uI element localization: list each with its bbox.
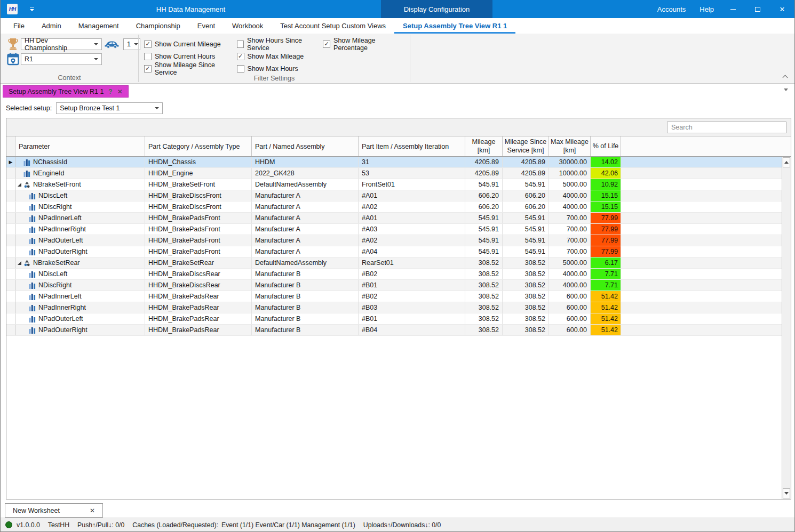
cell-parameter[interactable]: NPadInnerRight xyxy=(15,224,145,235)
cell-part-category[interactable]: HHDM_BrakePadsFront xyxy=(145,246,252,257)
checkbox-show-max-hours[interactable]: Show Max Hours xyxy=(237,62,323,75)
cell-named-assembly[interactable]: Manufacturer B xyxy=(252,325,359,335)
cell-max-mileage[interactable]: 5000.00 xyxy=(549,257,591,268)
checkbox-show-current-mileage[interactable]: ✓Show Current Mileage xyxy=(144,38,237,50)
table-row-npadinnerleft-5[interactable]: NPadInnerLeftHHDM_BrakePadsFrontManufact… xyxy=(6,213,782,224)
cell-max-mileage[interactable]: 4000.00 xyxy=(549,280,591,291)
cell-percent-of-life[interactable]: 51.42 xyxy=(591,291,621,302)
cell-mileage-since-service[interactable]: 308.52 xyxy=(503,302,549,313)
cell-percent-of-life[interactable]: 77.99 xyxy=(591,235,621,246)
cell-part-item[interactable]: #B01 xyxy=(359,280,465,291)
cell-mileage-since-service[interactable]: 308.52 xyxy=(503,280,549,291)
table-row-npadouterleft-14[interactable]: NPadOuterLeftHHDM_BrakePadsRearManufactu… xyxy=(6,313,782,325)
cell-mileage-since-service[interactable]: 4205.89 xyxy=(503,157,549,167)
cell-part-category[interactable]: HHDM_Engine xyxy=(145,168,252,179)
row-gutter[interactable] xyxy=(6,235,15,246)
cell-parameter[interactable]: NPadInnerRight xyxy=(15,302,145,313)
minimize-button[interactable] xyxy=(721,0,745,18)
cell-part-item[interactable]: 53 xyxy=(359,168,465,179)
cell-mileage[interactable]: 308.52 xyxy=(465,313,503,324)
scroll-down-button[interactable] xyxy=(783,488,790,498)
cell-part-category[interactable]: HHDM_BrakePadsRear xyxy=(145,291,252,302)
cell-part-category[interactable]: HHDM_BrakeDiscsRear xyxy=(145,269,252,279)
cell-part-item[interactable]: #A02 xyxy=(359,235,465,246)
cell-mileage-since-service[interactable]: 308.52 xyxy=(503,269,549,279)
row-gutter[interactable] xyxy=(6,313,15,324)
table-row-nbrakesetrear-9[interactable]: NBrakeSetRearHHDM_BrakeSetRearDefaultNam… xyxy=(6,257,782,269)
accounts-menu[interactable]: Accounts xyxy=(650,0,693,18)
event-select[interactable]: R1 xyxy=(21,53,102,65)
cell-max-mileage[interactable]: 10000.00 xyxy=(549,168,591,179)
row-gutter[interactable] xyxy=(6,190,15,201)
table-row-npadouterright-8[interactable]: NPadOuterRightHHDM_BrakePadsFrontManufac… xyxy=(6,246,782,257)
checkbox-show-mileage-percentage[interactable]: ✓Show Mileage Percentage xyxy=(323,38,410,50)
table-row-npadouterright-15[interactable]: NPadOuterRightHHDM_BrakePadsRearManufact… xyxy=(6,325,782,336)
cell-named-assembly[interactable]: Manufacturer A xyxy=(252,224,359,235)
table-row-npadinnerright-6[interactable]: NPadInnerRightHHDM_BrakePadsFrontManufac… xyxy=(6,224,782,235)
cell-named-assembly[interactable]: Manufacturer B xyxy=(252,302,359,313)
cell-mileage[interactable]: 545.91 xyxy=(465,179,503,190)
column-header-mileage-since-service-km[interactable]: Mileage Since Service [km] xyxy=(503,136,549,156)
cell-part-category[interactable]: HHDM_BrakeDiscsFront xyxy=(145,190,252,201)
cell-part-item[interactable]: #A01 xyxy=(359,190,465,201)
cell-percent-of-life[interactable]: 15.15 xyxy=(591,190,621,201)
cell-max-mileage[interactable]: 30000.00 xyxy=(549,157,591,167)
checkbox-show-max-mileage[interactable]: ✓Show Max Mileage xyxy=(237,50,323,62)
cell-parameter[interactable]: NChassisId xyxy=(15,157,145,167)
cell-mileage[interactable]: 4205.89 xyxy=(465,157,503,167)
cell-max-mileage[interactable]: 600.00 xyxy=(549,302,591,313)
cell-part-item[interactable]: #B04 xyxy=(359,325,465,335)
ribbon-tab-championship[interactable]: Championship xyxy=(128,18,189,34)
cell-percent-of-life[interactable]: 51.42 xyxy=(591,325,621,335)
cell-part-category[interactable]: HHDM_BrakeDiscsRear xyxy=(145,280,252,291)
cell-percent-of-life[interactable]: 10.92 xyxy=(591,179,621,190)
vertical-scrollbar[interactable] xyxy=(782,157,791,499)
cell-percent-of-life[interactable]: 51.42 xyxy=(591,313,621,324)
column-header-max-mileage-km[interactable]: Max Mileage [km] xyxy=(549,136,591,156)
cell-percent-of-life[interactable]: 14.02 xyxy=(591,157,621,167)
ribbon-tab-test-account-setup-custom-views[interactable]: Test Account Setup Custom Views xyxy=(272,18,394,34)
cell-percent-of-life[interactable]: 77.99 xyxy=(591,224,621,235)
cell-mileage-since-service[interactable]: 545.91 xyxy=(503,235,549,246)
cell-part-category[interactable]: HHDM_BrakePadsFront xyxy=(145,213,252,223)
cell-part-item[interactable]: FrontSet01 xyxy=(359,179,465,190)
cell-mileage[interactable]: 308.52 xyxy=(465,302,503,313)
checkbox-show-hours-since-service[interactable]: Show Hours Since Service xyxy=(237,38,323,50)
cell-named-assembly[interactable]: 2022_GK428 xyxy=(252,168,359,179)
cell-mileage-since-service[interactable]: 308.52 xyxy=(503,325,549,335)
cell-part-item[interactable]: #A03 xyxy=(359,224,465,235)
row-gutter[interactable] xyxy=(6,291,15,302)
ribbon-collapse-chevron-icon[interactable] xyxy=(783,75,788,79)
column-header-mileage-km[interactable]: Mileage [km] xyxy=(465,136,503,156)
cell-part-item[interactable]: #A02 xyxy=(359,201,465,212)
cell-named-assembly[interactable]: Manufacturer A xyxy=(252,190,359,201)
cell-mileage[interactable]: 308.52 xyxy=(465,280,503,291)
cell-mileage-since-service[interactable]: 4205.89 xyxy=(503,168,549,179)
cell-percent-of-life[interactable]: 77.99 xyxy=(591,213,621,223)
current-row-marker-icon[interactable]: ▶ xyxy=(6,157,15,167)
column-header-part-item-assembly-iteration[interactable]: Part Item / Assembly Iteration xyxy=(359,136,465,156)
table-row-ndiscright-4[interactable]: NDiscRightHHDM_BrakeDiscsFrontManufactur… xyxy=(6,201,782,213)
selected-setup-select[interactable]: Setup Bronze Test 1 xyxy=(56,102,163,114)
cell-named-assembly[interactable]: Manufacturer B xyxy=(252,313,359,324)
cell-named-assembly[interactable]: Manufacturer B xyxy=(252,280,359,291)
cell-max-mileage[interactable]: 700.00 xyxy=(549,235,591,246)
cell-parameter[interactable]: NBrakeSetFront xyxy=(15,179,145,190)
cell-percent-of-life[interactable]: 7.71 xyxy=(591,269,621,279)
cell-mileage[interactable]: 606.20 xyxy=(465,201,503,212)
cell-max-mileage[interactable]: 600.00 xyxy=(549,313,591,324)
cell-part-category[interactable]: HHDM_BrakeSetFront xyxy=(145,179,252,190)
ribbon-tab-file[interactable]: File xyxy=(5,18,33,34)
cell-parameter[interactable]: NDiscLeft xyxy=(15,190,145,201)
worksheet-tab-new-worksheet[interactable]: New Worksheet ✕ xyxy=(5,503,103,518)
ribbon-tab-management[interactable]: Management xyxy=(70,18,128,34)
cell-named-assembly[interactable]: Manufacturer A xyxy=(252,235,359,246)
cell-mileage-since-service[interactable]: 545.91 xyxy=(503,213,549,223)
ribbon-tab-workbook[interactable]: Workbook xyxy=(224,18,272,34)
column-header-part-named-assembly[interactable]: Part / Named Assembly xyxy=(252,136,359,156)
cell-parameter[interactable]: NPadOuterRight xyxy=(15,325,145,335)
checkbox-box-icon[interactable]: ✓ xyxy=(144,41,152,48)
cell-named-assembly[interactable]: Manufacturer A xyxy=(252,246,359,257)
cell-parameter[interactable]: NEngineId xyxy=(15,168,145,179)
ribbon-tab-setup-assembly-tree-view-r1-1[interactable]: Setup Assembly Tree View R1 1 xyxy=(394,18,515,34)
